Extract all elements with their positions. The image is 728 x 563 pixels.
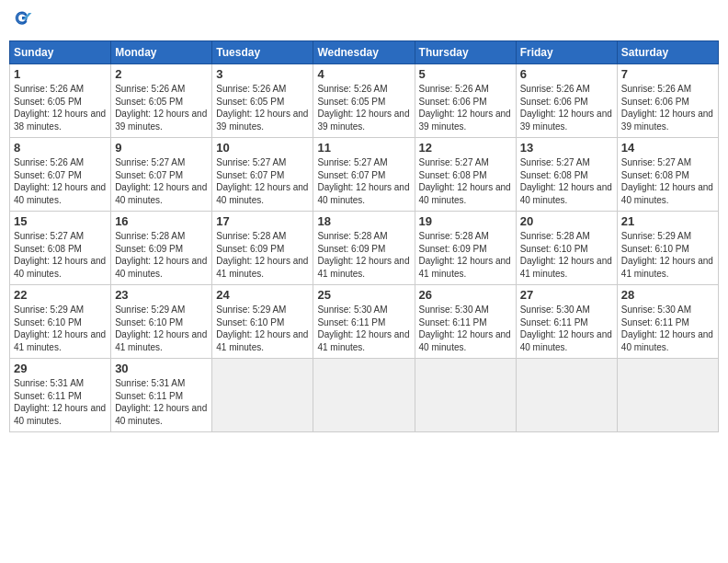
day-info: Sunrise: 5:27 AM Sunset: 6:07 PM Dayligh… xyxy=(216,156,309,206)
logo xyxy=(9,9,33,35)
day-number: 17 xyxy=(216,214,309,228)
day-number: 22 xyxy=(14,288,107,302)
day-number: 23 xyxy=(115,288,208,302)
day-info: Sunrise: 5:29 AM Sunset: 6:10 PM Dayligh… xyxy=(216,304,309,353)
header-sunday: Sunday xyxy=(10,41,111,64)
day-cell-27: 27 Sunrise: 5:30 AM Sunset: 6:11 PM Dayl… xyxy=(516,285,617,359)
day-info: Sunrise: 5:30 AM Sunset: 6:11 PM Dayligh… xyxy=(621,304,714,353)
day-cell-17: 17 Sunrise: 5:28 AM Sunset: 6:09 PM Dayl… xyxy=(212,212,313,285)
day-info: Sunrise: 5:26 AM Sunset: 6:07 PM Dayligh… xyxy=(14,156,107,206)
day-info: Sunrise: 5:30 AM Sunset: 6:11 PM Dayligh… xyxy=(419,304,512,353)
header-friday: Friday xyxy=(516,41,617,64)
day-number: 10 xyxy=(216,141,309,155)
calendar-week-2: 8 Sunrise: 5:26 AM Sunset: 6:07 PM Dayli… xyxy=(10,138,719,212)
day-cell-1: 1 Sunrise: 5:26 AM Sunset: 6:05 PM Dayli… xyxy=(10,64,111,138)
header-tuesday: Tuesday xyxy=(212,41,313,64)
day-info: Sunrise: 5:28 AM Sunset: 6:09 PM Dayligh… xyxy=(216,230,309,280)
day-cell-3: 3 Sunrise: 5:26 AM Sunset: 6:05 PM Dayli… xyxy=(212,64,313,138)
day-info: Sunrise: 5:26 AM Sunset: 6:05 PM Dayligh… xyxy=(115,83,208,132)
day-info: Sunrise: 5:28 AM Sunset: 6:09 PM Dayligh… xyxy=(317,230,410,280)
day-number: 12 xyxy=(419,141,512,155)
page-header xyxy=(9,9,719,35)
day-info: Sunrise: 5:30 AM Sunset: 6:11 PM Dayligh… xyxy=(317,304,410,353)
day-number: 28 xyxy=(621,288,714,302)
day-cell-28: 28 Sunrise: 5:30 AM Sunset: 6:11 PM Dayl… xyxy=(617,285,718,359)
day-info: Sunrise: 5:28 AM Sunset: 6:09 PM Dayligh… xyxy=(115,230,208,280)
calendar-header-row: SundayMondayTuesdayWednesdayThursdayFrid… xyxy=(10,41,719,64)
header-wednesday: Wednesday xyxy=(313,41,415,64)
calendar-week-4: 22 Sunrise: 5:29 AM Sunset: 6:10 PM Dayl… xyxy=(10,285,719,359)
day-number: 20 xyxy=(520,214,613,228)
day-number: 21 xyxy=(621,214,714,228)
day-cell-12: 12 Sunrise: 5:27 AM Sunset: 6:08 PM Dayl… xyxy=(415,138,516,212)
day-cell-5: 5 Sunrise: 5:26 AM Sunset: 6:06 PM Dayli… xyxy=(415,64,516,138)
day-info: Sunrise: 5:26 AM Sunset: 6:06 PM Dayligh… xyxy=(419,83,512,132)
day-cell-21: 21 Sunrise: 5:29 AM Sunset: 6:10 PM Dayl… xyxy=(617,212,718,285)
day-cell-8: 8 Sunrise: 5:26 AM Sunset: 6:07 PM Dayli… xyxy=(10,138,111,212)
day-info: Sunrise: 5:31 AM Sunset: 6:11 PM Dayligh… xyxy=(115,377,208,427)
header-monday: Monday xyxy=(111,41,212,64)
day-info: Sunrise: 5:27 AM Sunset: 6:07 PM Dayligh… xyxy=(115,156,208,206)
day-number: 2 xyxy=(115,67,208,81)
day-number: 4 xyxy=(317,67,410,81)
empty-cell xyxy=(516,359,617,432)
day-number: 30 xyxy=(115,362,208,375)
day-number: 6 xyxy=(520,67,613,81)
day-info: Sunrise: 5:28 AM Sunset: 6:09 PM Dayligh… xyxy=(419,230,512,280)
day-cell-20: 20 Sunrise: 5:28 AM Sunset: 6:10 PM Dayl… xyxy=(516,212,617,285)
day-number: 7 xyxy=(621,67,714,81)
day-cell-30: 30 Sunrise: 5:31 AM Sunset: 6:11 PM Dayl… xyxy=(111,359,212,432)
day-cell-11: 11 Sunrise: 5:27 AM Sunset: 6:07 PM Dayl… xyxy=(313,138,415,212)
day-number: 1 xyxy=(14,67,107,81)
day-number: 27 xyxy=(520,288,613,302)
day-info: Sunrise: 5:26 AM Sunset: 6:05 PM Dayligh… xyxy=(216,83,309,132)
day-number: 3 xyxy=(216,67,309,81)
day-cell-14: 14 Sunrise: 5:27 AM Sunset: 6:08 PM Dayl… xyxy=(617,138,718,212)
day-cell-10: 10 Sunrise: 5:27 AM Sunset: 6:07 PM Dayl… xyxy=(212,138,313,212)
day-info: Sunrise: 5:30 AM Sunset: 6:11 PM Dayligh… xyxy=(520,304,613,353)
day-cell-4: 4 Sunrise: 5:26 AM Sunset: 6:05 PM Dayli… xyxy=(313,64,415,138)
day-number: 14 xyxy=(621,141,714,155)
day-cell-19: 19 Sunrise: 5:28 AM Sunset: 6:09 PM Dayl… xyxy=(415,212,516,285)
logo-icon xyxy=(11,9,33,31)
day-info: Sunrise: 5:27 AM Sunset: 6:08 PM Dayligh… xyxy=(14,230,107,280)
day-number: 18 xyxy=(317,214,410,228)
empty-cell xyxy=(212,359,313,432)
day-cell-18: 18 Sunrise: 5:28 AM Sunset: 6:09 PM Dayl… xyxy=(313,212,415,285)
day-info: Sunrise: 5:27 AM Sunset: 6:07 PM Dayligh… xyxy=(317,156,410,206)
calendar: SundayMondayTuesdayWednesdayThursdayFrid… xyxy=(9,40,719,432)
header-saturday: Saturday xyxy=(617,41,718,64)
day-number: 15 xyxy=(14,214,107,228)
empty-cell xyxy=(617,359,718,432)
day-cell-6: 6 Sunrise: 5:26 AM Sunset: 6:06 PM Dayli… xyxy=(516,64,617,138)
day-number: 8 xyxy=(14,141,107,155)
day-info: Sunrise: 5:27 AM Sunset: 6:08 PM Dayligh… xyxy=(419,156,512,206)
day-number: 25 xyxy=(317,288,410,302)
calendar-week-3: 15 Sunrise: 5:27 AM Sunset: 6:08 PM Dayl… xyxy=(10,212,719,285)
day-cell-13: 13 Sunrise: 5:27 AM Sunset: 6:08 PM Dayl… xyxy=(516,138,617,212)
day-cell-24: 24 Sunrise: 5:29 AM Sunset: 6:10 PM Dayl… xyxy=(212,285,313,359)
day-number: 16 xyxy=(115,214,208,228)
calendar-week-1: 1 Sunrise: 5:26 AM Sunset: 6:05 PM Dayli… xyxy=(10,64,719,138)
day-cell-2: 2 Sunrise: 5:26 AM Sunset: 6:05 PM Dayli… xyxy=(111,64,212,138)
calendar-week-5: 29 Sunrise: 5:31 AM Sunset: 6:11 PM Dayl… xyxy=(10,359,719,432)
day-number: 26 xyxy=(419,288,512,302)
day-info: Sunrise: 5:31 AM Sunset: 6:11 PM Dayligh… xyxy=(14,377,107,427)
day-cell-15: 15 Sunrise: 5:27 AM Sunset: 6:08 PM Dayl… xyxy=(10,212,111,285)
day-cell-26: 26 Sunrise: 5:30 AM Sunset: 6:11 PM Dayl… xyxy=(415,285,516,359)
day-cell-25: 25 Sunrise: 5:30 AM Sunset: 6:11 PM Dayl… xyxy=(313,285,415,359)
day-number: 5 xyxy=(419,67,512,81)
empty-cell xyxy=(313,359,415,432)
day-cell-23: 23 Sunrise: 5:29 AM Sunset: 6:10 PM Dayl… xyxy=(111,285,212,359)
day-info: Sunrise: 5:26 AM Sunset: 6:06 PM Dayligh… xyxy=(520,83,613,132)
day-cell-29: 29 Sunrise: 5:31 AM Sunset: 6:11 PM Dayl… xyxy=(10,359,111,432)
day-info: Sunrise: 5:27 AM Sunset: 6:08 PM Dayligh… xyxy=(520,156,613,206)
day-info: Sunrise: 5:29 AM Sunset: 6:10 PM Dayligh… xyxy=(14,304,107,353)
day-info: Sunrise: 5:26 AM Sunset: 6:05 PM Dayligh… xyxy=(317,83,410,132)
day-cell-16: 16 Sunrise: 5:28 AM Sunset: 6:09 PM Dayl… xyxy=(111,212,212,285)
day-cell-9: 9 Sunrise: 5:27 AM Sunset: 6:07 PM Dayli… xyxy=(111,138,212,212)
day-cell-22: 22 Sunrise: 5:29 AM Sunset: 6:10 PM Dayl… xyxy=(10,285,111,359)
day-number: 11 xyxy=(317,141,410,155)
day-cell-7: 7 Sunrise: 5:26 AM Sunset: 6:06 PM Dayli… xyxy=(617,64,718,138)
day-info: Sunrise: 5:28 AM Sunset: 6:10 PM Dayligh… xyxy=(520,230,613,280)
